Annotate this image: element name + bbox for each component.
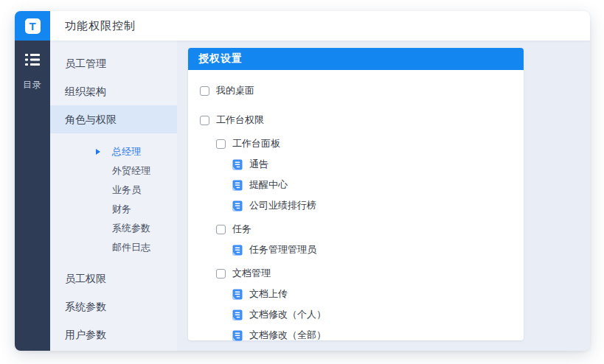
sidebar-item-2[interactable]: 角色与权限: [50, 105, 177, 133]
checkbox-icon[interactable]: [216, 269, 226, 279]
tree-checkbox-row[interactable]: 工作台面板: [188, 136, 524, 151]
doc-permission-icon: [232, 289, 243, 300]
panel-header-title: 授权设置: [198, 52, 243, 66]
doc-permission-icon: [232, 330, 243, 341]
sidebar-item-3[interactable]: 总经理: [50, 142, 177, 161]
checkbox-icon[interactable]: [216, 225, 226, 234]
tree-checkbox-row[interactable]: 文档管理: [188, 266, 524, 281]
tree-doc-row[interactable]: 任务管理管理员: [188, 242, 524, 257]
tree-doc-row[interactable]: 公司业绩排行榜: [188, 198, 524, 213]
doc-permission-icon: [232, 309, 243, 321]
checkbox-icon[interactable]: [216, 139, 226, 149]
sidebar-item-9[interactable]: 员工权限: [50, 265, 177, 293]
tree-item-label: 文档上传: [249, 287, 288, 301]
tree-doc-row[interactable]: 文档修改（全部）: [188, 328, 524, 343]
tree-item-label: 通告: [249, 158, 268, 171]
selected-arrow-icon: [96, 149, 100, 155]
sidebar-item-11[interactable]: 用户参数: [50, 321, 177, 349]
sidebar-item-label: 财务: [112, 203, 131, 214]
tree-doc-row[interactable]: 提醒中心: [188, 178, 524, 192]
sidebar-sub-group: 总经理外贸经理业务员财务系统参数邮件日志: [50, 142, 177, 257]
tree-item-label: 文档修改（全部）: [249, 329, 326, 342]
sidebar-item-label: 系统参数: [112, 223, 150, 234]
top-bar: 功能权限控制: [50, 11, 590, 41]
doc-permission-icon: [232, 200, 243, 211]
sidebar-item-label: 系统参数: [65, 301, 106, 312]
page-title: 功能权限控制: [65, 19, 136, 33]
tree-item-label: 工作台面板: [232, 137, 280, 150]
sidebar-item-7[interactable]: 系统参数: [50, 219, 177, 238]
sidebar-item-label: 业务员: [112, 184, 141, 195]
app-window: T 功能权限控制 目录 员工管理组织架构角色与权限总经理外贸经理业务员财务系统参…: [15, 11, 590, 351]
panel-header: 授权设置: [188, 48, 524, 70]
tree-item-label: 我的桌面: [216, 84, 254, 97]
tree-checkbox-row[interactable]: 任务: [188, 222, 524, 237]
sidebar-item-5[interactable]: 业务员: [50, 181, 177, 200]
tree-item-label: 任务管理管理员: [249, 243, 316, 256]
sidebar-item-0[interactable]: 员工管理: [50, 49, 177, 77]
doc-permission-icon: [232, 159, 243, 170]
sidebar-item-label: 角色与权限: [65, 113, 117, 125]
tree-item-label: 工作台权限: [216, 113, 264, 127]
tree-item-label: 任务: [232, 223, 251, 236]
content-area: 授权设置 我的桌面工作台权限工作台面板通告提醒中心公司业绩排行榜任务任务管理管理…: [177, 41, 590, 351]
left-rail: 目录: [15, 41, 50, 351]
checkbox-icon[interactable]: [200, 116, 209, 125]
tree-item-label: 公司业绩排行榜: [249, 199, 316, 212]
sidebar-item-6[interactable]: 财务: [50, 200, 177, 219]
sidebar-item-8[interactable]: 邮件日志: [50, 238, 177, 257]
tree-checkbox-row[interactable]: 我的桌面: [188, 83, 524, 98]
tree-doc-row[interactable]: 通告: [188, 157, 524, 172]
permission-tree: 我的桌面工作台权限工作台面板通告提醒中心公司业绩排行榜任务任务管理管理员文档管理…: [188, 70, 524, 343]
sidebar-item-label: 用户参数: [65, 329, 106, 340]
sidebar-item-label: 邮件日志: [112, 242, 150, 253]
tree-checkbox-row[interactable]: 工作台权限: [188, 113, 524, 127]
sidebar-item-4[interactable]: 外贸经理: [50, 161, 177, 181]
checkbox-icon[interactable]: [200, 86, 209, 96]
tree-doc-row[interactable]: 文档修改（个人）: [188, 307, 524, 322]
tree-item-label: 文档修改（个人）: [249, 308, 326, 321]
doc-permission-icon: [232, 180, 243, 191]
tree-item-label: 文档管理: [232, 267, 271, 280]
authorization-panel: 授权设置 我的桌面工作台权限工作台面板通告提醒中心公司业绩排行榜任务任务管理管理…: [188, 48, 524, 340]
doc-permission-icon: [232, 245, 243, 256]
sidebar-item-label: 总经理: [112, 146, 141, 157]
sidebar-item-label: 员工管理: [65, 57, 106, 69]
app-logo[interactable]: T: [15, 11, 50, 41]
menu-list-icon[interactable]: [25, 54, 40, 66]
app-logo-icon: T: [25, 18, 41, 34]
sidebar-item-10[interactable]: 系统参数: [50, 293, 177, 321]
tree-doc-row[interactable]: 文档上传: [188, 287, 524, 301]
tree-item-label: 提醒中心: [249, 178, 288, 192]
sidebar-item-label: 组织架构: [65, 85, 106, 97]
rail-label-directory[interactable]: 目录: [23, 79, 42, 91]
sidebar-item-1[interactable]: 组织架构: [50, 77, 177, 105]
sidebar-menu: 员工管理组织架构角色与权限总经理外贸经理业务员财务系统参数邮件日志员工权限系统参…: [50, 41, 177, 351]
sidebar-item-label: 员工权限: [65, 273, 106, 284]
sidebar-item-label: 外贸经理: [112, 165, 150, 176]
